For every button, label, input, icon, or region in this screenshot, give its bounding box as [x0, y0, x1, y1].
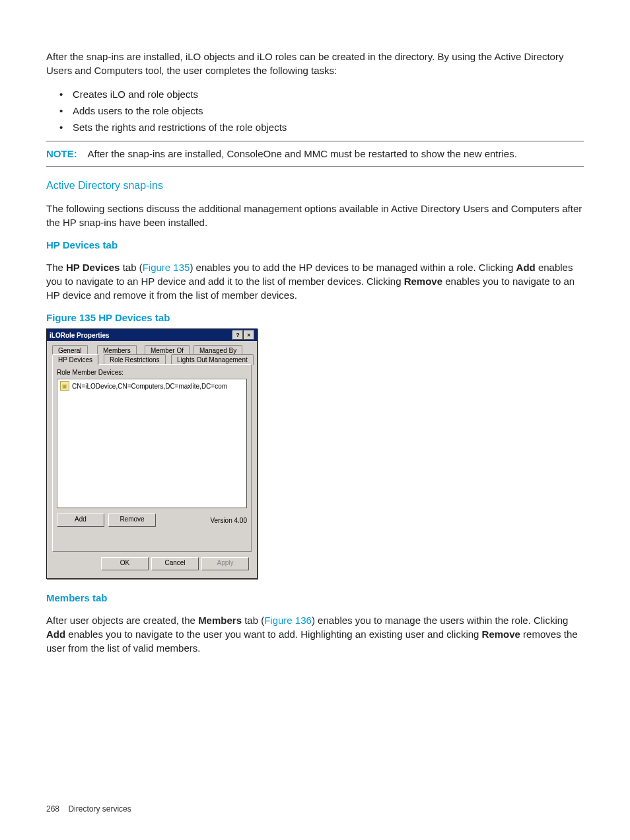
page-number: 268 — [46, 804, 59, 814]
list-item: Creates iLO and role objects — [73, 87, 584, 101]
help-icon[interactable]: ? — [232, 330, 243, 340]
tab-role-restrictions[interactable]: Role Restrictions — [104, 354, 166, 365]
cancel-button[interactable]: Cancel — [151, 557, 199, 570]
add-button[interactable]: Add — [57, 514, 104, 527]
figure-caption: Figure 135 HP Devices tab — [46, 312, 584, 323]
remove-button[interactable]: Remove — [108, 514, 156, 527]
close-icon[interactable]: × — [244, 330, 254, 340]
list-item-text: CN=iLODevice,CN=Computers,DC=maxlite,DC=… — [72, 383, 227, 390]
task-list: Creates iLO and role objects Adds users … — [46, 87, 584, 134]
ilorole-properties-dialog: iLORole Properties ? × General Members M… — [46, 328, 258, 579]
intro-paragraph: After the snap-ins are installed, iLO ob… — [46, 50, 584, 77]
ok-button[interactable]: OK — [101, 557, 149, 570]
figure-136-link[interactable]: Figure 136 — [264, 615, 312, 626]
dialog-titlebar: iLORole Properties ? × — [47, 329, 257, 341]
dialog-tabs: General Members Member Of Managed By HP … — [52, 345, 252, 365]
heading-members-tab: Members tab — [46, 592, 584, 603]
footer-section: Directory services — [68, 804, 131, 814]
device-icon: ▣ — [60, 381, 69, 391]
list-item: Sets the rights and restrictions of the … — [73, 120, 584, 134]
ad-paragraph: The following sections discuss the addit… — [46, 202, 584, 229]
heading-ad-snapins: Active Directory snap-ins — [46, 180, 584, 192]
version-label: Version 4.00 — [210, 517, 247, 524]
tab-lights-out[interactable]: Lights Out Management — [171, 354, 254, 365]
role-member-devices-list[interactable]: ▣ CN=iLODevice,CN=Computers,DC=maxlite,D… — [57, 379, 247, 508]
tab-hp-devices[interactable]: HP Devices — [52, 354, 98, 365]
list-item[interactable]: ▣ CN=iLODevice,CN=Computers,DC=maxlite,D… — [59, 381, 245, 391]
note-label: NOTE: — [46, 148, 77, 159]
role-member-devices-label: Role Member Devices: — [57, 369, 247, 376]
hp-paragraph: The HP Devices tab (Figure 135) enables … — [46, 260, 584, 302]
page-footer: 268 Directory services — [46, 804, 131, 814]
note-block: NOTE: After the snap-ins are installed, … — [46, 141, 584, 167]
heading-hp-devices: HP Devices tab — [46, 239, 584, 250]
list-item: Adds users to the role objects — [73, 104, 584, 118]
members-paragraph: After user objects are created, the Memb… — [46, 613, 584, 655]
tab-panel: Role Member Devices: ▣ CN=iLODevice,CN=C… — [52, 364, 252, 552]
figure-135-link[interactable]: Figure 135 — [143, 262, 190, 273]
dialog-title-text: iLORole Properties — [50, 332, 110, 339]
apply-button[interactable]: Apply — [201, 557, 249, 570]
note-text: After the snap-ins are installed, Consol… — [88, 148, 517, 159]
